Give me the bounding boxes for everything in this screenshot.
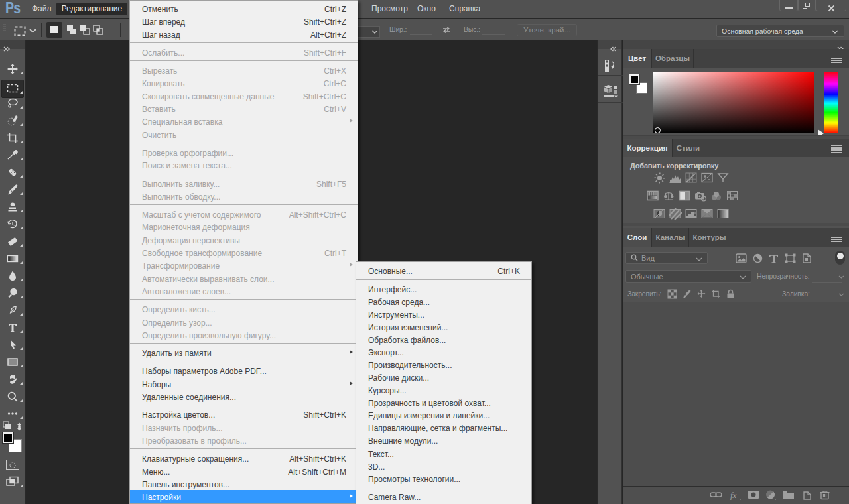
svg-text:fx: fx	[730, 490, 737, 500]
